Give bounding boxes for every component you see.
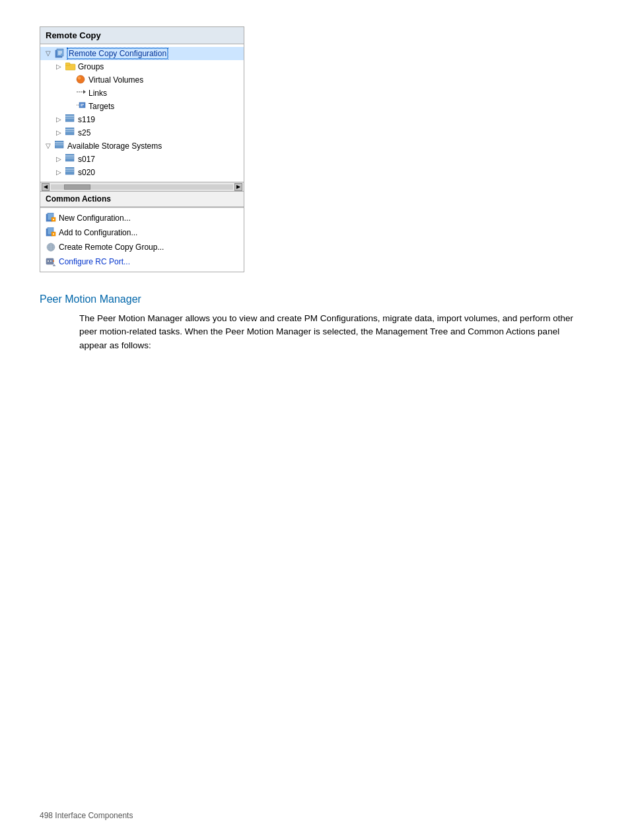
- add-config-icon: [46, 227, 56, 238]
- svg-rect-27: [65, 167, 74, 174]
- screenshot-panel: Remote Copy Remote Copy Configuration: [40, 26, 244, 272]
- tree-item-s25[interactable]: s25: [40, 126, 244, 139]
- globe-icon: [46, 242, 56, 252]
- scroll-left-button[interactable]: ◀: [42, 183, 50, 191]
- tree-label-s020: s020: [78, 168, 95, 177]
- svg-point-46: [48, 260, 50, 262]
- tree-item-s017[interactable]: s017: [40, 153, 244, 166]
- actions-area: New Configuration... Add to Configuratio…: [40, 208, 244, 272]
- tree-label-links: Links: [88, 89, 107, 98]
- common-actions-title: Common Actions: [46, 194, 111, 204]
- action-add-config[interactable]: Add to Configuration...: [40, 225, 244, 240]
- folder-icon: [65, 61, 76, 72]
- tree-item-s119[interactable]: s119: [40, 113, 244, 126]
- tree-label-s119: s119: [78, 115, 95, 124]
- storage-s020-icon: [65, 167, 76, 178]
- storage-s017-icon: [65, 154, 76, 165]
- tree-item-links[interactable]: ▷ Links: [40, 87, 244, 100]
- footer-text: 498 Interface Components: [40, 811, 133, 820]
- targets-icon: [76, 101, 87, 112]
- tree-item-targets[interactable]: ▷ Targets: [40, 100, 244, 113]
- tree-area: Remote Copy Configuration Groups ▷: [40, 44, 244, 182]
- arrow-right-icon: [56, 63, 64, 71]
- arrow-right-s119: [56, 116, 64, 124]
- action-label-add-config: Add to Configuration...: [59, 228, 137, 237]
- storage-s119-icon: [65, 114, 76, 125]
- page-footer: 498 Interface Components: [40, 811, 133, 820]
- action-label-configure-port: Configure RC Port...: [59, 257, 130, 266]
- panel-title: Remote Copy: [40, 27, 244, 44]
- config-icon: [55, 48, 65, 59]
- tree-label-s25: s25: [78, 128, 90, 137]
- tree-label-available-storage: Available Storage Systems: [67, 141, 162, 151]
- section-heading: Peer Motion Manager: [40, 293, 590, 305]
- action-new-config[interactable]: New Configuration...: [40, 211, 244, 225]
- tree-label-remote-copy-config: Remote Copy Configuration: [67, 48, 168, 59]
- tree-item-groups[interactable]: Groups: [40, 60, 244, 73]
- arrow-right-s25: [56, 129, 64, 137]
- svg-point-47: [50, 260, 52, 262]
- svg-rect-18: [65, 128, 74, 135]
- storage-s25-icon: [65, 128, 76, 138]
- tree-item-available-storage[interactable]: Available Storage Systems: [40, 139, 244, 153]
- tree-label-targets: Targets: [88, 102, 114, 111]
- scroll-track[interactable]: [51, 184, 233, 190]
- svg-rect-12: [79, 102, 85, 108]
- action-create-group: Create Remote Copy Group...: [40, 240, 244, 254]
- svg-rect-24: [65, 154, 74, 161]
- vv-icon: [76, 75, 87, 85]
- links-icon: [76, 88, 87, 98]
- tree-item-virtual-volumes[interactable]: ▷ Virtual Volumes: [40, 73, 244, 87]
- tree-item-remote-copy-config[interactable]: Remote Copy Configuration: [40, 47, 244, 60]
- action-configure-port[interactable]: Configure RC Port...: [40, 254, 244, 269]
- tree-label-s017: s017: [78, 155, 95, 164]
- svg-rect-6: [65, 63, 70, 65]
- tree-label-groups: Groups: [78, 62, 104, 71]
- arrow-right-s017: [56, 155, 64, 163]
- common-actions-header: Common Actions: [40, 191, 244, 207]
- tree-item-s020[interactable]: s020: [40, 166, 244, 179]
- port-icon: [46, 256, 56, 267]
- action-label-create-group: Create Remote Copy Group...: [59, 243, 164, 252]
- storage-avail-icon: [55, 141, 65, 151]
- arrow-down-icon: [46, 50, 53, 57]
- action-label-new-config: New Configuration...: [59, 213, 131, 223]
- scroll-right-button[interactable]: ▶: [234, 183, 242, 191]
- tree-label-virtual-volumes: Virtual Volumes: [88, 75, 143, 85]
- svg-marker-10: [83, 90, 86, 94]
- section-body-text: The Peer Motion Manager allows you to vi…: [79, 312, 581, 352]
- arrow-right-s020: [56, 169, 64, 176]
- svg-rect-15: [65, 114, 74, 122]
- svg-point-48: [53, 260, 54, 262]
- scroll-thumb[interactable]: [64, 184, 90, 190]
- svg-rect-21: [55, 141, 63, 148]
- horizontal-scrollbar[interactable]: ◀ ▶: [40, 182, 244, 191]
- panel-title-text: Remote Copy: [46, 30, 101, 40]
- new-config-icon: [46, 213, 56, 223]
- svg-point-8: [77, 76, 81, 80]
- arrow-down-available: [46, 142, 53, 150]
